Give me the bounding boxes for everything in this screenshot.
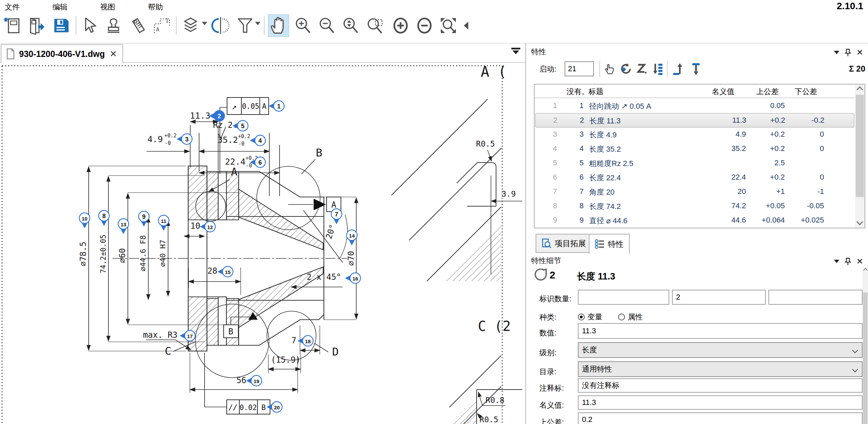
menu-view[interactable]: 视图	[98, 1, 117, 13]
new-document-button[interactable]	[2, 14, 23, 37]
id-count-input-2[interactable]	[672, 290, 766, 305]
table-scroll-thumb[interactable]	[856, 95, 864, 197]
apply-list-button[interactable]	[650, 61, 665, 76]
zoom-window-button[interactable]	[365, 14, 386, 37]
open-document-button[interactable]	[26, 14, 47, 37]
balloon-15[interactable]: 15	[218, 267, 233, 277]
capture-region-button[interactable]: 1 A	[151, 14, 173, 37]
filter-dropdown-arrow[interactable]	[255, 22, 260, 25]
tab-project-expand[interactable]: 项目拓展	[536, 234, 592, 253]
col-header-nominal[interactable]: 名义值	[712, 87, 734, 97]
zoom-vertical-button[interactable]	[340, 14, 361, 37]
balloon-17[interactable]: 17	[180, 331, 195, 341]
table-row[interactable]: 44长度 35.235.2+0.20	[535, 142, 854, 156]
save-button[interactable]	[50, 14, 72, 37]
table-row[interactable]: 33长度 4.94.9+0.20	[535, 127, 854, 142]
start-input[interactable]	[565, 61, 594, 76]
move-bottom-button[interactable]	[688, 61, 703, 76]
renumber-button[interactable]	[618, 61, 633, 76]
balloon-14[interactable]: 14	[347, 230, 357, 246]
catalog-select[interactable]: 通用特性	[578, 361, 863, 377]
panel-close-icon[interactable]: ✕	[856, 48, 863, 57]
table-scrollbar[interactable]	[855, 85, 865, 228]
table-row[interactable]: 66长度 22.422.4+0.20	[535, 170, 854, 185]
drawing-canvas[interactable]: ↗ 0.05 A A B // 0.02 B 11.34.9+0.2-035.2…	[0, 63, 525, 424]
zoom-in-button[interactable]	[293, 14, 314, 37]
level-select[interactable]: 长度	[578, 342, 863, 358]
document-tab-close-icon[interactable]: ✕	[109, 49, 118, 59]
nominal-input[interactable]	[578, 395, 863, 410]
table-row[interactable]: 22长度 11.311.3+0.2-0.2	[535, 113, 854, 127]
decrease-button[interactable]	[414, 14, 435, 37]
balloon-7[interactable]: 7	[331, 209, 342, 225]
balloon-8[interactable]: 8	[99, 211, 109, 226]
table-row[interactable]: 99直径 ⌀ 44.644.6+0.064+0.025	[535, 213, 854, 228]
zoom-fit-button[interactable]	[438, 14, 459, 37]
value-input[interactable]	[578, 323, 863, 339]
balloon-1[interactable]: 1	[269, 101, 284, 111]
balloon-12[interactable]: 12	[200, 222, 215, 232]
balloon-19[interactable]: 19	[246, 376, 262, 386]
document-tab[interactable]: 930-1200-406-V1.dwg ✕	[1, 44, 123, 63]
table-row[interactable]: 55粗糙度Rz 2.52.5	[535, 156, 854, 170]
balloon-11[interactable]: 11	[159, 215, 169, 231]
pin-icon[interactable]	[845, 258, 851, 265]
col-header-lower[interactable]: 下公差	[795, 87, 817, 97]
pick-hand-button[interactable]	[602, 61, 617, 76]
id-count-label: 标识数量:	[539, 294, 571, 304]
panel-menu-icon[interactable]	[834, 51, 839, 54]
panel-divider[interactable]	[525, 43, 526, 424]
details-panel-title: 特性细节	[531, 256, 561, 266]
kind-options: 变量 属性	[578, 312, 656, 322]
tag-button[interactable]	[128, 14, 149, 37]
table-row[interactable]: 77角度 2020+1-1	[535, 185, 854, 199]
balloon-3[interactable]: 3	[177, 134, 192, 145]
table-row[interactable]: 11径向跳动 ↗ 0.05 A0.05	[535, 99, 854, 113]
balloon-9[interactable]: 9	[139, 211, 149, 227]
move-top-button[interactable]	[670, 61, 685, 76]
menu-file[interactable]: 文件	[3, 1, 22, 13]
canvas-collapse-button[interactable]	[511, 48, 521, 57]
filter-button[interactable]	[235, 14, 256, 37]
scroll-up-icon[interactable]	[856, 86, 863, 93]
balloon-16[interactable]: 16	[345, 273, 361, 284]
layers-button[interactable]	[180, 14, 201, 37]
table-row[interactable]: 88长度 74.274.2+0.05-0.05	[535, 199, 854, 213]
table-cell-no: 3	[565, 130, 584, 139]
pan-hand-button[interactable]	[268, 14, 289, 37]
zoom-vertical-icon	[342, 16, 360, 35]
toolbar-collapse-button[interactable]	[461, 14, 471, 37]
balloon-2[interactable]: 2	[209, 111, 225, 121]
collapse-arrow-icon	[463, 21, 469, 30]
balloon-4[interactable]: 4	[250, 135, 266, 146]
layers-dropdown-arrow[interactable]	[202, 22, 207, 25]
stamp-button[interactable]	[103, 14, 124, 37]
scroll-down-icon[interactable]	[856, 218, 863, 225]
details-scrollbar[interactable]	[863, 267, 868, 424]
increase-button[interactable]	[390, 14, 411, 37]
upper-tol-input[interactable]	[578, 412, 863, 424]
radio-variable[interactable]: 变量	[578, 313, 602, 321]
pin-icon[interactable]	[845, 49, 851, 56]
toolbar-separator	[176, 16, 177, 35]
menu-help[interactable]: 帮助	[146, 1, 165, 13]
col-header-no[interactable]: 没有。	[567, 87, 589, 97]
menu-edit[interactable]: 编辑	[50, 1, 70, 13]
note-input[interactable]	[578, 378, 863, 393]
mirror-button[interactable]	[210, 14, 231, 37]
col-header-upper[interactable]: 上公差	[756, 87, 779, 97]
tab-properties[interactable]: 特性	[589, 234, 630, 254]
id-count-input-3[interactable]	[768, 290, 863, 305]
balloon-13[interactable]: 13	[118, 219, 129, 234]
zoom-out-button[interactable]	[316, 14, 338, 37]
balloon-10[interactable]: 10	[79, 213, 90, 229]
details-scroll-thumb[interactable]	[863, 292, 868, 424]
auto-order-button[interactable]	[635, 61, 650, 76]
scroll-up-icon[interactable]	[863, 268, 868, 272]
col-header-title[interactable]: 标题	[588, 87, 603, 97]
panel-menu-icon[interactable]	[834, 260, 839, 263]
id-count-input-1[interactable]	[578, 290, 669, 305]
radio-attribute[interactable]: 属性	[618, 313, 643, 321]
panel-close-icon[interactable]: ✕	[856, 257, 863, 266]
select-cursor-button[interactable]	[78, 14, 100, 37]
